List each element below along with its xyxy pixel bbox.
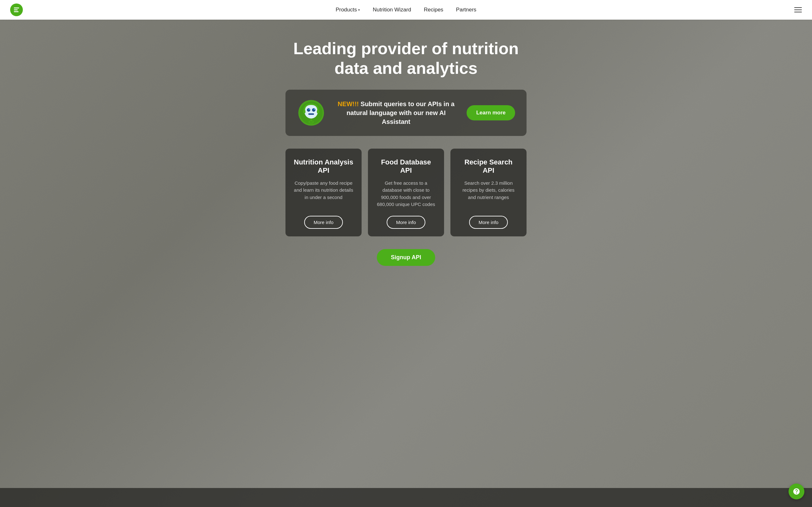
svg-rect-11 (303, 110, 305, 113)
svg-point-6 (307, 108, 310, 112)
nav-item-recipes[interactable]: Recipes (424, 7, 443, 13)
signup-api-button[interactable]: Signup API (377, 249, 435, 266)
hamburger-menu[interactable] (794, 7, 802, 12)
bottom-strip (0, 488, 812, 507)
svg-point-9 (314, 109, 315, 110)
help-button[interactable] (789, 484, 804, 499)
svg-rect-2 (14, 11, 19, 12)
nav-item-nutrition-wizard[interactable]: Nutrition Wizard (373, 7, 411, 13)
logo[interactable] (10, 3, 23, 16)
card-nutrition-desc: Copy/paste any food recipe and learn its… (293, 180, 354, 208)
svg-rect-1 (14, 9, 18, 10)
nav-item-products[interactable]: Products ▾ (336, 7, 360, 13)
chevron-down-icon: ▾ (358, 8, 360, 12)
svg-rect-12 (317, 110, 319, 113)
card-food-title: Food Database API (375, 158, 437, 175)
card-recipe-desc: Search over 2.3 million recipes by diets… (458, 180, 519, 208)
ai-banner: NEW!!! Submit queries to our APIs in a n… (286, 90, 526, 136)
nav-item-partners[interactable]: Partners (456, 7, 476, 13)
nutrition-more-info-button[interactable]: More info (304, 216, 343, 229)
card-food-desc: Get free access to a database with close… (375, 180, 437, 208)
card-recipe-title: Recipe Search API (458, 158, 519, 175)
card-recipe-search: Recipe Search API Search over 2.3 millio… (450, 149, 526, 236)
svg-point-7 (312, 108, 316, 112)
svg-point-8 (309, 109, 310, 110)
learn-more-button[interactable]: Learn more (467, 105, 515, 120)
svg-rect-0 (14, 8, 19, 9)
nav-links: Products ▾ Nutrition Wizard Recipes Part… (336, 7, 476, 13)
card-food-database: Food Database API Get free access to a d… (368, 149, 444, 236)
hero-section: Leading provider of nutrition data and a… (0, 20, 812, 507)
ai-banner-text: NEW!!! Submit queries to our APIs in a n… (333, 100, 459, 126)
question-mark-icon (793, 488, 800, 495)
recipe-more-info-button[interactable]: More info (469, 216, 508, 229)
hero-content: Leading provider of nutrition data and a… (286, 39, 526, 266)
card-nutrition-analysis: Nutrition Analysis API Copy/paste any fo… (286, 149, 362, 236)
hero-title: Leading provider of nutrition data and a… (286, 39, 526, 78)
cards-row: Nutrition Analysis API Copy/paste any fo… (286, 149, 526, 236)
ai-robot-icon (297, 99, 325, 127)
svg-rect-10 (308, 113, 314, 115)
logo-icon (13, 6, 20, 13)
card-nutrition-title: Nutrition Analysis API (293, 158, 354, 175)
navbar: Products ▾ Nutrition Wizard Recipes Part… (0, 0, 812, 20)
food-more-info-button[interactable]: More info (387, 216, 426, 229)
